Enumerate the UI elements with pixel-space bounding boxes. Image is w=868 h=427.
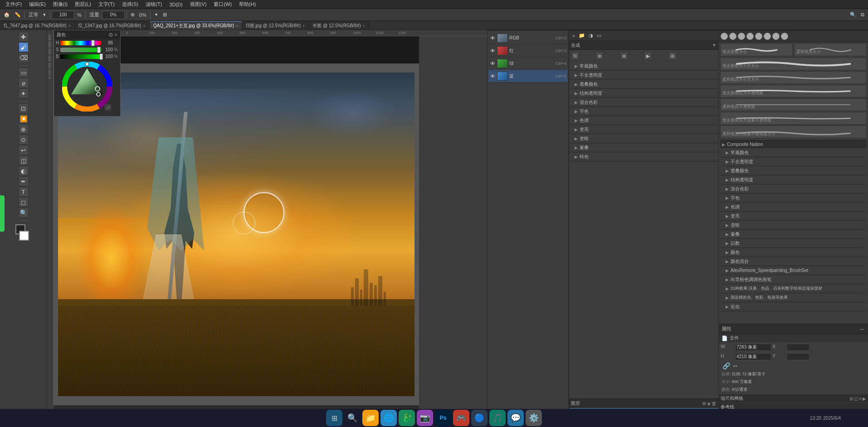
taskbar-camera[interactable]: 📷 xyxy=(417,410,433,426)
brush-group-semi[interactable]: ▶ 不全透明度 xyxy=(720,157,867,166)
hue-indicator[interactable] xyxy=(85,62,89,66)
artwork-canvas[interactable] xyxy=(58,73,414,396)
layers-icon-adjust[interactable]: ◑ xyxy=(587,33,595,39)
taskbar-browser[interactable]: 🌐 xyxy=(380,410,397,426)
stroke-row-4a[interactable]: 笔尖形状压力流量不透明度 xyxy=(720,112,867,125)
brush-size-1[interactable] xyxy=(721,33,728,40)
tab-0-close[interactable]: × xyxy=(68,24,71,28)
tool-eyedropper[interactable]: 🔽 xyxy=(19,114,29,124)
brush-size-7[interactable] xyxy=(772,33,780,40)
menu-help[interactable]: 帮助(H) xyxy=(235,0,259,9)
tool-text[interactable]: T xyxy=(19,187,29,197)
brush-group-special[interactable]: ▶ 色调 xyxy=(720,203,867,212)
brush-group-wet[interactable]: ▶ 透叠颜色 xyxy=(720,166,867,175)
brush-group-alex[interactable]: ▶ AlexRemore_Speedpainting_BrushSet xyxy=(720,266,867,275)
taskbar-settings[interactable]: ⚙️ xyxy=(526,410,542,426)
color-wheel-svg[interactable]: ↺ xyxy=(62,62,112,112)
composite-nation-header[interactable]: ▶ Composite Nation xyxy=(720,140,867,148)
tab-2[interactable]: QAQ_2921+主页.jpg @ 33.6%(RGB/8#) × xyxy=(150,21,243,29)
taskbar-music[interactable]: 🎵 xyxy=(489,410,506,426)
taskbar-app1[interactable]: 🐉 xyxy=(399,410,415,426)
tab-4-close[interactable]: × xyxy=(363,24,365,28)
props-w-input[interactable] xyxy=(735,344,771,351)
brush-group-airbrush[interactable]: ▶ 变暗 xyxy=(720,221,867,230)
lock-icon-2[interactable]: ↔ xyxy=(732,362,738,369)
brush-group-21effects[interactable]: ▶ 21种效果:沃鼻、伤品、石块和数字绘画近端深度材 xyxy=(720,284,867,293)
layers-bottom-icon2[interactable]: ◈ xyxy=(707,401,711,407)
brush-group-custom2[interactable]: ▶ 以数 xyxy=(720,239,867,248)
props-x-input[interactable] xyxy=(787,344,809,351)
props-minimize[interactable]: — xyxy=(859,326,865,332)
stroke-preset-1[interactable]: 笔尖形状大小 xyxy=(720,44,793,56)
brush-size-3[interactable] xyxy=(738,33,745,40)
brush-tool[interactable]: ✏️ xyxy=(13,10,23,20)
taskbar-ps[interactable]: Ps xyxy=(435,410,451,426)
tool-history[interactable]: ↩ xyxy=(19,145,29,155)
blend-section-opacity[interactable]: ▶ 不全透明度 xyxy=(569,71,718,80)
menu-3d[interactable]: 3D(D) xyxy=(166,1,186,8)
menu-layer[interactable]: 图层(L) xyxy=(71,0,94,9)
blend-section-contrast[interactable]: ▶ 混合色彩 xyxy=(569,98,718,107)
menu-filter[interactable]: 滤镜(T) xyxy=(142,0,166,9)
blend-section-extra2[interactable]: ▶ 量叠 xyxy=(569,143,718,152)
blend-icon-1[interactable]: N xyxy=(571,52,579,60)
blend-section-normal[interactable]: ▶ 常规颜色 xyxy=(569,62,718,71)
arrange-btn[interactable]: ⧉ xyxy=(859,10,866,20)
brush-size-2[interactable] xyxy=(729,33,736,40)
brush-size-6[interactable] xyxy=(764,33,771,40)
brush-size-4[interactable] xyxy=(746,33,754,40)
blend-icon-3[interactable]: ⊗ xyxy=(620,52,628,60)
stroke-row-2a[interactable]: 笔尖形状大小方大小 xyxy=(720,58,867,70)
tab-1-close[interactable]: × xyxy=(143,24,145,28)
brush-group-texture[interactable]: ▶ 字色 xyxy=(720,194,867,203)
extra-btn-3[interactable]: ⊞ xyxy=(161,10,169,20)
layer-red-eye[interactable]: 👁 xyxy=(489,48,496,54)
taskbar-chat[interactable]: 💬 xyxy=(507,410,524,426)
bri-slider-thumb[interactable] xyxy=(99,53,103,60)
taskbar-search[interactable]: 🔍 xyxy=(344,410,361,426)
blend-section-extra1[interactable]: ▶ 变暗 xyxy=(569,134,718,143)
tool-dodge[interactable]: ◐ xyxy=(19,166,29,176)
brush-group-custom1[interactable]: ▶ 量叠 xyxy=(720,230,867,239)
sat-slider-thumb[interactable] xyxy=(97,47,101,53)
tool-eraser[interactable]: ⌫ xyxy=(19,53,29,63)
menu-text[interactable]: 文字(T) xyxy=(95,0,118,9)
props-h-input[interactable] xyxy=(735,353,771,360)
taskbar-app3[interactable]: 🔵 xyxy=(471,410,488,426)
tool-gradient[interactable]: ◫ xyxy=(19,155,29,165)
layers-icon-new[interactable]: + xyxy=(571,33,576,39)
extra-btn-1[interactable]: ⊕ xyxy=(129,10,137,20)
taskbar-app2[interactable]: 🎮 xyxy=(453,410,469,426)
tab-4[interactable]: 半图 @ 12.5%(RGB/8#) × xyxy=(309,21,369,29)
hue-slider-thumb[interactable] xyxy=(91,40,95,46)
blend-icon-2[interactable]: ⊕ xyxy=(595,52,604,60)
tool-zoom[interactable]: 🔍 xyxy=(19,208,29,218)
brush-group-structure[interactable]: ▶ 结构透明度 xyxy=(720,175,867,184)
tool-wand[interactable]: ✦ xyxy=(19,88,29,98)
tool-move[interactable]: ✚ xyxy=(19,32,29,42)
blend-section-extra3[interactable]: ▶ 特色 xyxy=(569,152,718,161)
lock-icon-1[interactable]: 🔗 xyxy=(722,362,730,369)
brush-size-8[interactable] xyxy=(781,33,788,40)
props-y-input[interactable] xyxy=(787,353,809,360)
brush-group-lighting[interactable]: ▶ 国设师的光、色彩、笔画等效果 xyxy=(720,293,867,302)
hue-slider-track[interactable] xyxy=(60,41,101,45)
brush-group-eraser[interactable]: ▶ 变亮 xyxy=(720,212,867,221)
brush-group-mixed[interactable]: ▶ 混合色彩 xyxy=(720,184,867,194)
menu-file[interactable]: 文件(F) xyxy=(2,0,25,9)
layer-rgb-eye[interactable]: 👁 xyxy=(489,35,496,41)
layer-green[interactable]: 👁 绿 Ctrl+4 xyxy=(488,57,567,70)
tool-heal[interactable]: ⊕ xyxy=(19,124,29,134)
layers-icon-mask[interactable]: ▭ xyxy=(595,33,603,39)
brush-group-custom4[interactable]: ▶ 颜色混合 xyxy=(720,257,867,266)
layers-bottom-icon3[interactable]: 🗑 xyxy=(712,401,717,407)
blend-section-cancellation[interactable]: ▶ 色调 xyxy=(569,116,718,125)
blend-section-inversion[interactable]: ▶ 字色 xyxy=(569,107,718,116)
stroke-preset-2[interactable]: 柔和笔压大小 xyxy=(794,44,867,56)
stroke-row-4b[interactable]: 柔和笔压力流量不透明度大小 xyxy=(720,126,867,138)
color-wheel-close[interactable]: × xyxy=(114,32,117,38)
tool-lasso[interactable]: ⌀ xyxy=(19,78,29,88)
layer-rgb[interactable]: 👁 RGB Ctrl+2 xyxy=(488,32,567,44)
side-tab[interactable] xyxy=(0,195,5,232)
tab-2-close[interactable]: × xyxy=(236,24,238,28)
